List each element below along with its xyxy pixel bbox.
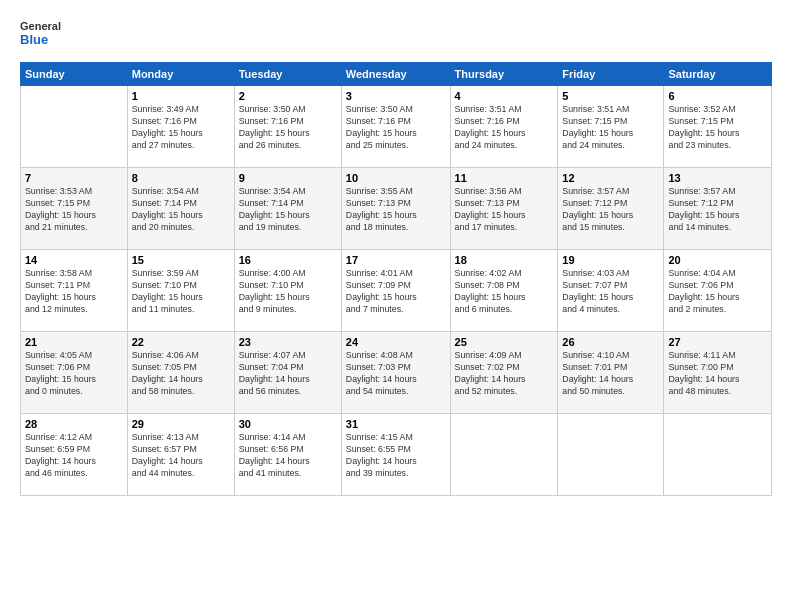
day-number: 6 — [668, 90, 767, 102]
day-cell — [450, 414, 558, 496]
day-cell: 14Sunrise: 3:58 AM Sunset: 7:11 PM Dayli… — [21, 250, 128, 332]
weekday-wednesday: Wednesday — [341, 63, 450, 86]
day-cell: 26Sunrise: 4:10 AM Sunset: 7:01 PM Dayli… — [558, 332, 664, 414]
day-number: 4 — [455, 90, 554, 102]
day-info: Sunrise: 4:10 AM Sunset: 7:01 PM Dayligh… — [562, 350, 659, 398]
calendar-table: SundayMondayTuesdayWednesdayThursdayFrid… — [20, 62, 772, 496]
weekday-tuesday: Tuesday — [234, 63, 341, 86]
day-info: Sunrise: 3:57 AM Sunset: 7:12 PM Dayligh… — [668, 186, 767, 234]
day-number: 5 — [562, 90, 659, 102]
day-number: 1 — [132, 90, 230, 102]
day-number: 23 — [239, 336, 337, 348]
day-cell: 24Sunrise: 4:08 AM Sunset: 7:03 PM Dayli… — [341, 332, 450, 414]
day-cell: 16Sunrise: 4:00 AM Sunset: 7:10 PM Dayli… — [234, 250, 341, 332]
day-number: 24 — [346, 336, 446, 348]
day-number: 3 — [346, 90, 446, 102]
day-cell: 23Sunrise: 4:07 AM Sunset: 7:04 PM Dayli… — [234, 332, 341, 414]
day-cell: 6Sunrise: 3:52 AM Sunset: 7:15 PM Daylig… — [664, 86, 772, 168]
day-info: Sunrise: 4:00 AM Sunset: 7:10 PM Dayligh… — [239, 268, 337, 316]
day-number: 14 — [25, 254, 123, 266]
day-number: 2 — [239, 90, 337, 102]
page: General Blue SundayMondayTuesdayWednesda… — [0, 0, 792, 612]
day-cell: 31Sunrise: 4:15 AM Sunset: 6:55 PM Dayli… — [341, 414, 450, 496]
day-info: Sunrise: 4:08 AM Sunset: 7:03 PM Dayligh… — [346, 350, 446, 398]
logo-svg: General Blue — [20, 16, 80, 52]
day-cell: 8Sunrise: 3:54 AM Sunset: 7:14 PM Daylig… — [127, 168, 234, 250]
day-info: Sunrise: 4:02 AM Sunset: 7:08 PM Dayligh… — [455, 268, 554, 316]
day-info: Sunrise: 3:50 AM Sunset: 7:16 PM Dayligh… — [346, 104, 446, 152]
day-info: Sunrise: 4:01 AM Sunset: 7:09 PM Dayligh… — [346, 268, 446, 316]
day-cell: 29Sunrise: 4:13 AM Sunset: 6:57 PM Dayli… — [127, 414, 234, 496]
day-info: Sunrise: 4:03 AM Sunset: 7:07 PM Dayligh… — [562, 268, 659, 316]
day-number: 29 — [132, 418, 230, 430]
day-number: 7 — [25, 172, 123, 184]
day-info: Sunrise: 4:04 AM Sunset: 7:06 PM Dayligh… — [668, 268, 767, 316]
day-number: 31 — [346, 418, 446, 430]
week-row-4: 21Sunrise: 4:05 AM Sunset: 7:06 PM Dayli… — [21, 332, 772, 414]
day-number: 20 — [668, 254, 767, 266]
day-number: 9 — [239, 172, 337, 184]
weekday-saturday: Saturday — [664, 63, 772, 86]
day-info: Sunrise: 3:54 AM Sunset: 7:14 PM Dayligh… — [239, 186, 337, 234]
day-number: 8 — [132, 172, 230, 184]
day-cell: 17Sunrise: 4:01 AM Sunset: 7:09 PM Dayli… — [341, 250, 450, 332]
day-info: Sunrise: 4:07 AM Sunset: 7:04 PM Dayligh… — [239, 350, 337, 398]
svg-marker-2 — [72, 18, 80, 26]
logo: General Blue — [20, 16, 80, 52]
day-cell: 27Sunrise: 4:11 AM Sunset: 7:00 PM Dayli… — [664, 332, 772, 414]
day-info: Sunrise: 4:05 AM Sunset: 7:06 PM Dayligh… — [25, 350, 123, 398]
day-cell: 25Sunrise: 4:09 AM Sunset: 7:02 PM Dayli… — [450, 332, 558, 414]
day-cell: 2Sunrise: 3:50 AM Sunset: 7:16 PM Daylig… — [234, 86, 341, 168]
day-number: 21 — [25, 336, 123, 348]
day-cell — [21, 86, 128, 168]
day-cell: 18Sunrise: 4:02 AM Sunset: 7:08 PM Dayli… — [450, 250, 558, 332]
weekday-friday: Friday — [558, 63, 664, 86]
week-row-3: 14Sunrise: 3:58 AM Sunset: 7:11 PM Dayli… — [21, 250, 772, 332]
weekday-sunday: Sunday — [21, 63, 128, 86]
day-info: Sunrise: 3:59 AM Sunset: 7:10 PM Dayligh… — [132, 268, 230, 316]
day-cell: 13Sunrise: 3:57 AM Sunset: 7:12 PM Dayli… — [664, 168, 772, 250]
day-cell: 15Sunrise: 3:59 AM Sunset: 7:10 PM Dayli… — [127, 250, 234, 332]
day-cell: 30Sunrise: 4:14 AM Sunset: 6:56 PM Dayli… — [234, 414, 341, 496]
week-row-2: 7Sunrise: 3:53 AM Sunset: 7:15 PM Daylig… — [21, 168, 772, 250]
day-info: Sunrise: 4:13 AM Sunset: 6:57 PM Dayligh… — [132, 432, 230, 480]
day-info: Sunrise: 3:51 AM Sunset: 7:15 PM Dayligh… — [562, 104, 659, 152]
day-number: 26 — [562, 336, 659, 348]
day-info: Sunrise: 3:55 AM Sunset: 7:13 PM Dayligh… — [346, 186, 446, 234]
day-cell: 20Sunrise: 4:04 AM Sunset: 7:06 PM Dayli… — [664, 250, 772, 332]
day-info: Sunrise: 4:12 AM Sunset: 6:59 PM Dayligh… — [25, 432, 123, 480]
day-cell: 7Sunrise: 3:53 AM Sunset: 7:15 PM Daylig… — [21, 168, 128, 250]
day-cell: 3Sunrise: 3:50 AM Sunset: 7:16 PM Daylig… — [341, 86, 450, 168]
day-number: 19 — [562, 254, 659, 266]
weekday-monday: Monday — [127, 63, 234, 86]
day-cell: 21Sunrise: 4:05 AM Sunset: 7:06 PM Dayli… — [21, 332, 128, 414]
day-info: Sunrise: 3:50 AM Sunset: 7:16 PM Dayligh… — [239, 104, 337, 152]
day-info: Sunrise: 4:14 AM Sunset: 6:56 PM Dayligh… — [239, 432, 337, 480]
day-info: Sunrise: 3:51 AM Sunset: 7:16 PM Dayligh… — [455, 104, 554, 152]
day-info: Sunrise: 4:06 AM Sunset: 7:05 PM Dayligh… — [132, 350, 230, 398]
day-number: 18 — [455, 254, 554, 266]
day-cell: 4Sunrise: 3:51 AM Sunset: 7:16 PM Daylig… — [450, 86, 558, 168]
day-number: 10 — [346, 172, 446, 184]
day-number: 12 — [562, 172, 659, 184]
weekday-header-row: SundayMondayTuesdayWednesdayThursdayFrid… — [21, 63, 772, 86]
day-cell: 10Sunrise: 3:55 AM Sunset: 7:13 PM Dayli… — [341, 168, 450, 250]
day-cell — [664, 414, 772, 496]
day-number: 15 — [132, 254, 230, 266]
day-cell: 5Sunrise: 3:51 AM Sunset: 7:15 PM Daylig… — [558, 86, 664, 168]
day-number: 28 — [25, 418, 123, 430]
day-cell: 19Sunrise: 4:03 AM Sunset: 7:07 PM Dayli… — [558, 250, 664, 332]
weekday-thursday: Thursday — [450, 63, 558, 86]
week-row-5: 28Sunrise: 4:12 AM Sunset: 6:59 PM Dayli… — [21, 414, 772, 496]
day-info: Sunrise: 3:52 AM Sunset: 7:15 PM Dayligh… — [668, 104, 767, 152]
day-info: Sunrise: 4:11 AM Sunset: 7:00 PM Dayligh… — [668, 350, 767, 398]
day-info: Sunrise: 3:49 AM Sunset: 7:16 PM Dayligh… — [132, 104, 230, 152]
day-cell: 12Sunrise: 3:57 AM Sunset: 7:12 PM Dayli… — [558, 168, 664, 250]
day-info: Sunrise: 4:15 AM Sunset: 6:55 PM Dayligh… — [346, 432, 446, 480]
day-number: 13 — [668, 172, 767, 184]
day-number: 11 — [455, 172, 554, 184]
day-cell: 28Sunrise: 4:12 AM Sunset: 6:59 PM Dayli… — [21, 414, 128, 496]
day-info: Sunrise: 4:09 AM Sunset: 7:02 PM Dayligh… — [455, 350, 554, 398]
day-info: Sunrise: 3:58 AM Sunset: 7:11 PM Dayligh… — [25, 268, 123, 316]
day-cell: 11Sunrise: 3:56 AM Sunset: 7:13 PM Dayli… — [450, 168, 558, 250]
